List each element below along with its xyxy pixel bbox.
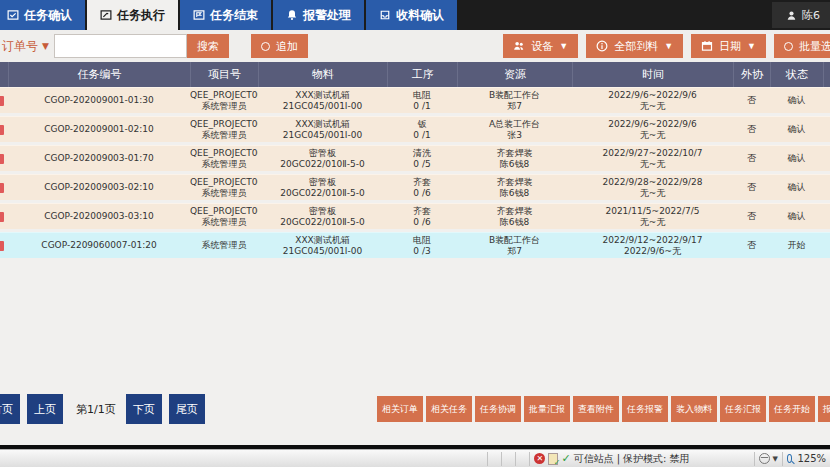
tab-label: 任务执行 [117,7,165,24]
zoom-level-label: 125% [797,453,826,464]
cell-line: 密管板 [258,148,387,159]
cell-line: 2022/9/28~2022/9/28 [572,177,733,188]
cell-task-no: CGOP-202009003-03:10 [8,211,190,222]
cell-line: 系统管理员 [190,217,258,228]
cell-line: 钣 [387,119,457,130]
user-menu[interactable]: 陈6 [772,2,830,28]
cell-line: 2022/9/27~2022/10/7 [572,148,733,159]
action-button-9[interactable]: 报告 [818,396,830,422]
last-page-button[interactable]: 尾页 [169,394,205,424]
cell-project: QEE_PROJECT001系统管理员 [190,148,258,169]
cell-status: 开始 [770,240,823,251]
task-execute-icon [100,9,112,21]
receive-material-icon [379,9,391,21]
cell-time: 2022/9/6~2022/9/6无~无 [572,90,733,111]
action-button-8[interactable]: 任务开始 [769,396,815,422]
arrival-filter-button[interactable]: 全部到料 ▼ [586,34,683,58]
cell-line: 0 /6 [387,217,457,228]
date-dropdown-button[interactable]: 日期 ▼ [691,34,766,58]
cell-status: 确认 [770,95,823,106]
footer-bar: 首页 上页 第1/1页 下页 尾页 相关订单相关任务任务协调批量汇报查看附件任务… [0,392,830,426]
row-flag-icon [0,88,8,113]
prev-page-button[interactable]: 上页 [27,394,63,424]
action-button-2[interactable]: 任务协调 [475,396,521,422]
cell-line: 21GC045/001I-00 [258,101,387,112]
device-dropdown-button[interactable]: 设备 ▼ [503,34,578,58]
statusbar-cell [501,452,515,466]
cell-line: 2022/9/6~2022/9/6 [572,90,733,101]
cell-line: 2022/9/6~无 [572,246,733,257]
tab-receive-confirm[interactable]: 收料确认 [366,0,457,30]
cell-process: 齐套0 /6 [387,206,457,227]
append-button[interactable]: 追加 [251,34,308,58]
circle-o-icon [784,42,793,51]
table-row[interactable]: CGOP-202009001-02:10QEE_PROJECT001系统管理员X… [0,116,830,142]
table-row[interactable]: CGOP-2209060007-01:20系统管理员XXX测试机箱21GC045… [0,232,830,258]
zoom-level-control[interactable]: 125% [782,452,830,466]
cell-line: 无~无 [572,159,733,170]
action-button-4[interactable]: 查看附件 [573,396,619,422]
action-button-5[interactable]: 任务报警 [622,396,668,422]
certificate-check-icon [548,453,558,465]
filter-field-dropdown[interactable]: 订单号 ▼ [2,38,49,55]
cell-line: A总装工作台 [457,119,572,130]
cell-outsourced: 否 [733,153,770,164]
table-row[interactable]: CGOP-202009003-02:10QEE_PROJECT001系统管理员密… [0,174,830,200]
cell-line: 0 /6 [387,188,457,199]
cell-material: XXX测试机箱21GC045/001I-00 [258,90,387,111]
table-row[interactable]: CGOP-202009003-03:10QEE_PROJECT001系统管理员密… [0,203,830,229]
cell-line: 2022/9/6~2022/9/6 [572,119,733,130]
action-button-7[interactable]: 任务汇报 [720,396,766,422]
change-zoom-globe-cell[interactable]: ▼ [754,452,782,466]
next-page-button[interactable]: 下页 [126,394,162,424]
cell-status: 确认 [770,153,823,164]
table-row[interactable]: CGOP-202009003-01:70QEE_PROJECT001系统管理员密… [0,145,830,171]
people-icon [513,40,525,52]
batch-select-button[interactable]: 批量选 [774,34,830,58]
action-button-3[interactable]: 批量汇报 [524,396,570,422]
action-button-0[interactable]: 相关订单 [377,396,423,422]
task-confirm-icon [7,9,19,21]
column-header: 任务编号 [8,62,190,87]
column-header: 项目号 [190,62,258,87]
tab-alarm-handle[interactable]: 报警处理 [273,0,364,30]
cell-resource: 齐套焊装陈6钱8 [457,148,572,169]
date-button-label: 日期 [719,39,741,54]
append-button-label: 追加 [276,39,298,54]
table-row[interactable]: CGOP-202009001-01:30QEE_PROJECT001系统管理员X… [0,87,830,113]
cell-line: XXX测试机箱 [258,119,387,130]
cell-line: 齐套 [387,177,457,188]
search-button-label: 搜索 [197,39,219,54]
cell-resource: A总装工作台张3 [457,119,572,140]
chevron-down-icon: ▼ [664,42,673,51]
security-zone-cell[interactable]: ✕ ✓ 可信站点 | 保护模式: 禁用 [529,452,693,466]
cell-status: 确认 [770,182,823,193]
chevron-down-icon: ▼ [559,42,568,51]
tab-label: 任务结束 [210,7,258,24]
tab-task-confirm[interactable]: 任务确认 [0,0,85,30]
cell-line: 0 /5 [387,159,457,170]
chevron-down-icon: ▼ [773,455,778,463]
cell-line: 密管板 [258,177,387,188]
cell-line: B装配工作台 [457,235,572,246]
search-input[interactable] [54,34,187,58]
cell-line: 0 /1 [387,130,457,141]
cell-line: 20GC022/010Ⅱ-5-0 [258,188,387,199]
tab-task-execute[interactable]: 任务执行 [87,0,178,30]
cell-material: 密管板20GC022/010Ⅱ-5-0 [258,206,387,227]
arrival-button-label: 全部到料 [614,39,658,54]
tab-task-end[interactable]: 任务结束 [180,0,271,30]
first-page-button[interactable]: 首页 [0,394,20,424]
column-header-clipped [823,62,830,87]
action-button-1[interactable]: 相关任务 [426,396,472,422]
search-button[interactable]: 搜索 [187,34,229,58]
action-button-6[interactable]: 装入物料 [671,396,717,422]
magnifier-icon [787,454,792,463]
browser-status-bar: ✕ ✓ 可信站点 | 保护模式: 禁用 ▼ 125% [0,449,830,467]
cell-line: QEE_PROJECT001 [190,90,258,101]
column-header: 外协 [733,62,770,87]
cell-task-no: CGOP-202009003-02:10 [8,182,190,193]
cell-line: 电阻 [387,90,457,101]
cell-line: 无~无 [572,188,733,199]
cell-project: QEE_PROJECT001系统管理员 [190,90,258,111]
